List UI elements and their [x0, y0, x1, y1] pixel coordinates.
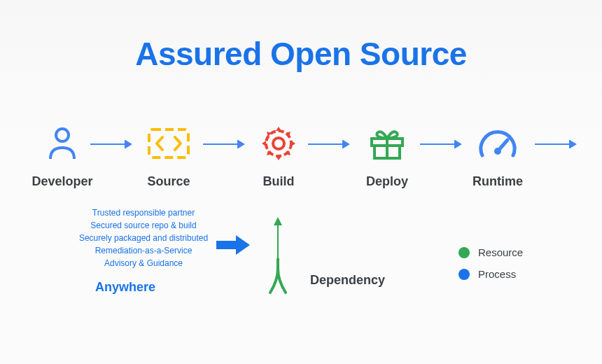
svg-rect-1: [149, 130, 188, 158]
code-brackets-icon: [137, 122, 200, 164]
dot-icon: [458, 247, 470, 258]
arrow-icon: [419, 140, 462, 148]
big-arrow-icon: [216, 235, 250, 255]
gift-icon: [356, 122, 419, 164]
stage-label: Developer: [31, 174, 94, 189]
stage-build: Build: [251, 122, 307, 189]
pipeline-flow: Developer Source Build Deploy Runtime: [0, 122, 602, 206]
bullet-item: Advisory & Guidance: [52, 257, 234, 270]
anywhere-label: Anywhere: [95, 280, 155, 295]
legend-item-process: Process: [458, 268, 523, 280]
person-icon: [31, 122, 94, 164]
stage-source: Source: [137, 122, 200, 189]
arrow-icon: [307, 140, 350, 148]
svg-line-8: [498, 140, 507, 151]
stage-runtime: Runtime: [466, 122, 529, 189]
arrow-icon: [533, 140, 577, 148]
dependency-label: Dependency: [310, 273, 385, 288]
svg-point-2: [273, 138, 284, 149]
stage-label: Deploy: [356, 174, 419, 189]
stage-label: Source: [137, 174, 200, 189]
legend-label: Process: [478, 268, 516, 280]
stage-deploy: Deploy: [356, 122, 419, 189]
legend-item-resource: Resource: [458, 246, 523, 258]
feature-bullets: Trusted responsible partner Secured sour…: [52, 206, 234, 270]
gauge-icon: [466, 122, 529, 164]
stage-label: Runtime: [466, 174, 529, 189]
bullet-item: Secured source repo & build: [52, 219, 234, 232]
legend: Resource Process: [458, 246, 523, 290]
bullet-item: Securely packaged and distributed: [52, 232, 234, 244]
merge-arrow-icon: [267, 217, 288, 301]
legend-label: Resource: [478, 246, 523, 258]
gear-icon: [251, 122, 307, 164]
arrow-icon: [202, 140, 245, 148]
bullet-item: Trusted responsible partner: [52, 206, 234, 219]
arrow-icon: [89, 140, 132, 148]
stage-developer: Developer: [31, 122, 94, 189]
svg-point-0: [56, 129, 69, 141]
stage-label: Build: [251, 174, 307, 189]
page-title: Assured Open Source: [0, 0, 602, 73]
dot-icon: [458, 269, 470, 280]
bullet-item: Remediation-as-a-Service: [52, 244, 234, 257]
